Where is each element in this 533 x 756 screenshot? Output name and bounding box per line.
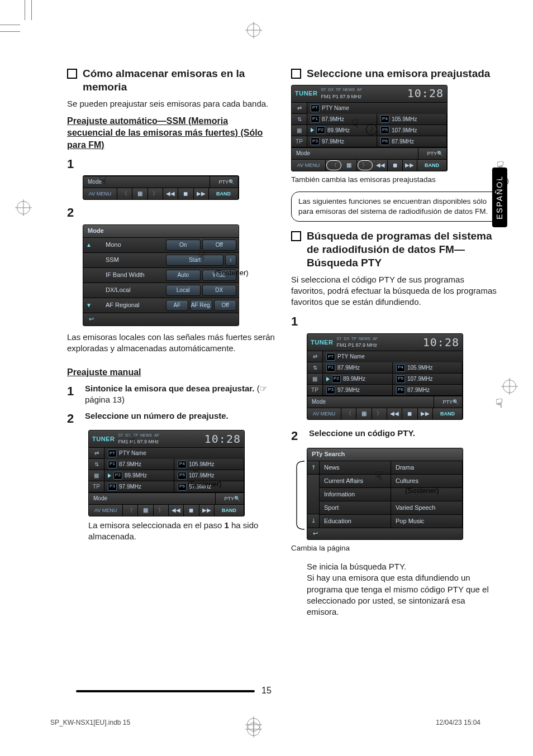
option-af[interactable]: AF: [166, 300, 188, 311]
tp-button[interactable]: TP: [307, 385, 323, 396]
list-button[interactable]: ▦: [342, 160, 356, 171]
pty-search-title: PTy Search: [307, 448, 463, 461]
band-button[interactable]: BAND: [417, 160, 447, 171]
option-off[interactable]: Off: [214, 300, 236, 311]
av-menu-button[interactable]: AV MENU: [292, 160, 326, 171]
pty-item-pop-music[interactable]: Pop Music: [391, 515, 463, 528]
tuner-indicators: STDXTPNEWSAF: [336, 336, 378, 341]
next-track-button[interactable]: 〉: [148, 188, 163, 199]
mode-button[interactable]: Mode: [292, 148, 418, 159]
preset-cell-3[interactable]: P397.9MHz: [307, 136, 377, 147]
skip-back-button[interactable]: ◀◀: [163, 188, 178, 199]
av-menu-button[interactable]: AV MENU: [89, 505, 123, 516]
mode-button[interactable]: Mode: [89, 493, 216, 504]
preset-cell-1[interactable]: P187.9MHz: [307, 114, 377, 125]
preset-cell-2[interactable]: P289.9MHz: [104, 470, 174, 481]
option-start[interactable]: Start: [166, 255, 223, 266]
side-button[interactable]: ⇅: [292, 114, 307, 125]
list-button[interactable]: ▦: [138, 505, 153, 516]
next-button[interactable]: 〉: [154, 505, 169, 516]
option-local[interactable]: Local: [166, 285, 201, 296]
page-down-icon[interactable]: ⤓: [307, 514, 320, 528]
hold-annotation: (Sostener): [405, 486, 439, 496]
next-button[interactable]: 〉: [372, 408, 387, 419]
preset-cell-4[interactable]: P4105.9MHz: [393, 362, 463, 374]
band-button[interactable]: BAND: [215, 505, 244, 516]
option-auto[interactable]: Auto: [166, 270, 201, 281]
preset-cell-3[interactable]: P397.9MHz: [323, 385, 393, 396]
prev-button[interactable]: 〈: [123, 505, 138, 516]
callout-circle-2: 2: [366, 124, 377, 135]
pty-item-information[interactable]: Information: [320, 488, 391, 501]
back-icon[interactable]: ↩: [83, 313, 239, 326]
side-button[interactable]: ⇄: [307, 351, 323, 362]
pty-button[interactable]: PTY🔍: [216, 493, 244, 504]
side-button[interactable]: ⇄: [292, 103, 307, 114]
tp-button[interactable]: TP: [89, 481, 104, 492]
list-button[interactable]: ▦: [132, 188, 147, 199]
pty-item-sport[interactable]: Sport: [320, 501, 391, 515]
side-button[interactable]: ⇅: [89, 459, 104, 470]
skip-back-button[interactable]: ◀◀: [387, 408, 402, 419]
page-up-icon[interactable]: ⤒: [307, 461, 320, 475]
pty-button[interactable]: PTY🔍: [210, 176, 239, 188]
pty-item-varied-speech[interactable]: Varied Speech: [391, 501, 463, 515]
preset-cell-1[interactable]: P187.9MHz: [104, 459, 174, 470]
tp-button[interactable]: TP: [292, 136, 307, 147]
scroll-up-icon[interactable]: ▲: [83, 241, 94, 249]
prev-track-button[interactable]: 〈: [117, 188, 132, 199]
skip-back-button[interactable]: ◀◀: [169, 505, 184, 516]
pty-button[interactable]: PTY🔍: [418, 148, 447, 159]
scroll-down-icon[interactable]: ▼: [83, 302, 94, 309]
stop-button[interactable]: ◼: [388, 160, 402, 171]
next-button-highlighted[interactable]: 〉: [358, 160, 373, 170]
menu-row-label: DX/Local: [94, 286, 166, 294]
back-icon[interactable]: ↩: [307, 528, 463, 539]
side-button[interactable]: ▦: [89, 470, 104, 481]
option-on[interactable]: On: [166, 240, 201, 251]
auto-result-text: Las emisoras locales con las señales más…: [67, 332, 275, 355]
option-dx[interactable]: DX: [202, 285, 237, 296]
list-button[interactable]: ▦: [356, 408, 372, 419]
mode-button[interactable]: Mode: [307, 396, 434, 408]
bullet-square-icon: [291, 231, 301, 241]
preset-cell-2[interactable]: P289.9MHz: [323, 374, 393, 385]
preset-cell-3[interactable]: P397.9MHz: [104, 481, 174, 492]
skip-fwd-button[interactable]: ▶▶: [194, 188, 209, 199]
preset-cell-4[interactable]: P4105.9MHz: [377, 114, 447, 125]
skip-back-button[interactable]: ◀◀: [373, 160, 388, 171]
step-number: 1: [67, 156, 80, 173]
prev-button-highlighted[interactable]: 〈: [326, 160, 341, 170]
preset-cell-1[interactable]: P187.9MHz: [323, 362, 393, 374]
skip-fwd-button[interactable]: ▶▶: [403, 160, 417, 171]
updown-icon[interactable]: ↕: [225, 255, 236, 266]
page-footer: 15: [0, 685, 533, 697]
preset-cell-6[interactable]: P687.9MHz: [377, 136, 447, 147]
stop-button[interactable]: ◼: [178, 188, 193, 199]
footer-rule-left: [76, 690, 255, 692]
preset-cell-6[interactable]: P687.9MHz: [393, 385, 463, 396]
registration-mark-left: [17, 201, 30, 214]
side-button[interactable]: ▦: [292, 125, 307, 136]
skip-fwd-button[interactable]: ▶▶: [199, 505, 215, 516]
stop-button[interactable]: ◼: [184, 505, 199, 516]
av-menu-button[interactable]: AV MENU: [83, 188, 117, 199]
pty-button[interactable]: PTY🔍: [434, 396, 463, 408]
hand-pointer-icon: ☟: [99, 172, 107, 189]
preset-cell-5[interactable]: P5107.9MHz: [377, 125, 447, 136]
preset-cell-5[interactable]: P5107.9MHz: [393, 374, 463, 385]
band-button[interactable]: BAND: [433, 408, 463, 419]
av-menu-button[interactable]: AV MENU: [307, 408, 341, 419]
preset-cell-4[interactable]: P4105.9MHz: [174, 459, 244, 470]
prev-button[interactable]: 〈: [341, 408, 356, 419]
pty-item-education[interactable]: Education: [320, 515, 391, 528]
side-button[interactable]: ⇄: [89, 448, 104, 459]
option-afreg[interactable]: AF Reg.: [190, 300, 212, 311]
side-button[interactable]: ⇅: [307, 362, 323, 374]
skip-fwd-button[interactable]: ▶▶: [418, 408, 433, 419]
band-button[interactable]: BAND: [209, 188, 239, 199]
side-button[interactable]: ▦: [307, 374, 323, 385]
option-off[interactable]: Off: [202, 240, 237, 251]
stop-button[interactable]: ◼: [402, 408, 417, 419]
pty-item-drama[interactable]: Drama: [391, 461, 463, 475]
